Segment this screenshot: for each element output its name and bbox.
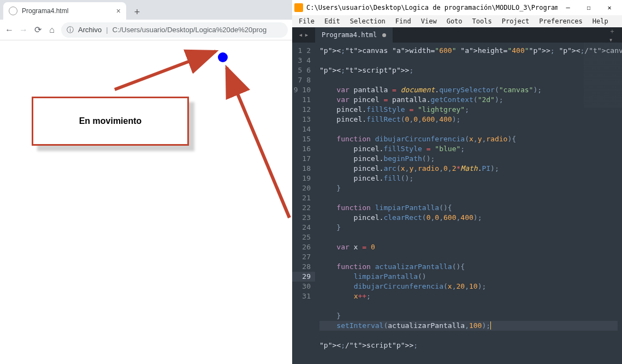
menu-help[interactable]: Help [588,16,613,26]
svg-line-1 [115,51,216,89]
menu-view[interactable]: View [417,16,441,26]
sublime-editor-window: C:\Users\usuario\Desktop\Logica de progr… [292,0,622,364]
address-bar[interactable]: ⓘ Archivo | C:/Users/usuario/Desktop/Log… [61,22,288,38]
editor-tab-name: Programa4.html [322,31,377,39]
url-separator: | [106,26,108,34]
back-button[interactable]: ← [4,25,14,35]
menu-tools[interactable]: Tools [468,16,496,26]
minimap[interactable] [584,43,622,108]
menu-file[interactable]: File [294,16,319,26]
fold-controls[interactable]: ◀ ▶ [292,27,315,43]
url-path: C:/Users/usuario/Desktop/Logica%20de%20p… [112,26,267,34]
modified-indicator-icon [382,33,386,37]
globe-icon [9,7,17,15]
chrome-tabbar: Programa4.html × + [0,0,292,20]
annotation-callout: En movimiento [32,97,189,146]
menu-goto[interactable]: Goto [442,16,467,26]
minimize-button[interactable]: — [558,0,578,15]
menu-project[interactable]: Project [497,16,534,26]
line-number-gutter[interactable]: 1 2 3 4 5 6 7 8 9 10 11 12 13 14 15 16 1… [292,43,315,364]
editor-file-tab[interactable]: Programa4.html [315,27,393,43]
close-button[interactable]: ✕ [599,0,620,15]
close-tab-icon[interactable]: × [116,7,121,15]
annotation-arrow-2 [216,59,298,223]
forward-button[interactable]: → [19,25,28,35]
menu-find[interactable]: Find [391,16,416,26]
maximize-button[interactable]: ☐ [578,0,599,15]
info-icon[interactable]: ⓘ [67,25,74,35]
new-file-tab-button[interactable]: ＋ ▾ [609,27,622,43]
code-content[interactable]: "p"><;"t">canvas "a">width="600" "a">hei… [315,43,622,364]
menu-selection[interactable]: Selection [346,16,390,26]
svg-line-3 [227,68,289,218]
tab-title: Programa4.html [22,7,68,15]
browser-viewport: En movimiento [0,40,292,364]
menu-edit[interactable]: Edit [320,16,345,26]
home-button[interactable]: ⌂ [47,25,57,35]
annotation-arrow-1 [109,43,229,95]
reload-button[interactable]: ⟳ [33,25,43,35]
chrome-navbar: ← → ⟳ ⌂ ⓘ Archivo | C:/Users/usuario/Des… [0,20,292,40]
callout-text: En movimiento [79,116,142,126]
sublime-app-icon [294,3,303,12]
editor-titlebar: C:\Users\usuario\Desktop\Logica de progr… [292,0,622,15]
window-controls: — ☐ ✕ [558,0,620,15]
editor-tabs: ◀ ▶ Programa4.html ＋ ▾ [292,27,622,43]
url-scheme: Archivo [78,26,102,34]
chrome-browser-window: Programa4.html × + ← → ⟳ ⌂ ⓘ Archivo | C… [0,0,292,364]
code-area[interactable]: 1 2 3 4 5 6 7 8 9 10 11 12 13 14 15 16 1… [292,43,622,364]
editor-window-title: C:\Users\usuario\Desktop\Logica de progr… [306,4,558,11]
new-tab-button[interactable]: + [129,4,145,20]
menu-preferences[interactable]: Preferences [535,16,587,26]
browser-tab[interactable]: Programa4.html × [3,2,126,20]
editor-menubar: File Edit Selection Find View Goto Tools… [292,15,622,27]
